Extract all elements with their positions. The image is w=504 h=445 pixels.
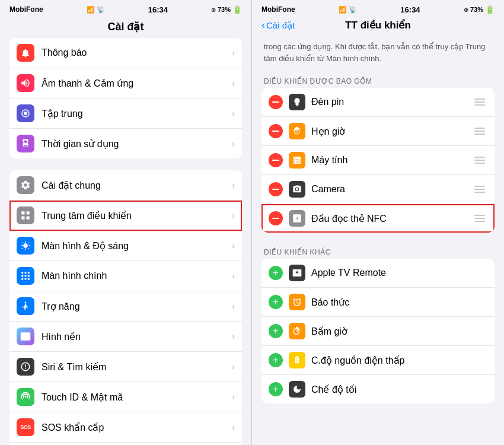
- trung-tam-label: Trung tâm điều khiển: [42, 210, 232, 221]
- bao-thuc-icon: [289, 294, 305, 310]
- man-hinh-chinh-label: Màn hình chính: [42, 271, 232, 281]
- left-page-title: Cài đặt: [0, 17, 251, 38]
- man-hinh-chinh-icon: [17, 267, 34, 285]
- included-controls-list: Đèn pin Hẹn giờ Máy: [261, 88, 495, 233]
- bao-thuc-label: Báo thức: [311, 297, 487, 308]
- right-content: trong các ứng dụng. Khi được tắt, bạn vẫ…: [252, 36, 504, 445]
- camera-label: Camera: [311, 184, 472, 195]
- add-c-do-button[interactable]: [269, 353, 283, 367]
- control-item-may-tinh[interactable]: Máy tính: [261, 146, 495, 175]
- settings-item-tap-trung[interactable]: Tập trung ›: [9, 98, 242, 129]
- nfc-drag-handle[interactable]: [472, 212, 487, 224]
- left-carrier: MobiFone: [9, 5, 43, 14]
- settings-item-cai-dat-chung[interactable]: Cài đặt chung ›: [9, 170, 242, 201]
- settings-item-touch-id[interactable]: Touch ID & Mật mã ›: [9, 382, 242, 412]
- c-do-label: C.độ nguồn điện thấp: [311, 355, 487, 366]
- section-included-header: ĐIỀU KHIỂN ĐƯỢC BAO GỒM: [252, 74, 504, 88]
- am-thanh-icon: [17, 74, 34, 92]
- settings-item-man-hinh-do-sang[interactable]: Màn hình & Độ sáng ›: [9, 231, 242, 261]
- che-do-toi-icon: [289, 381, 305, 398]
- thong-bao-label: Thông báo: [42, 47, 232, 58]
- left-status-bar: MobiFone 📶 📡 16:34 ⊕ 73% 🔋: [0, 0, 251, 17]
- trung-tam-icon: [17, 206, 34, 224]
- control-item-c-do[interactable]: C.độ nguồn điện thấp: [261, 346, 495, 375]
- may-tinh-drag-handle[interactable]: [472, 154, 487, 166]
- svg-rect-5: [25, 272, 27, 274]
- man-hinh-do-sang-label: Màn hình & Độ sáng: [42, 240, 232, 252]
- tap-trung-chevron: ›: [232, 109, 235, 118]
- remove-hen-gio-button[interactable]: [269, 124, 283, 138]
- control-item-den-pin[interactable]: Đèn pin: [261, 88, 495, 117]
- settings-item-trung-tam[interactable]: Trung tâm điều khiển ›: [9, 201, 242, 231]
- siri-icon: [17, 358, 34, 376]
- right-wifi-icon: 📡: [349, 6, 357, 14]
- control-item-bam-gio[interactable]: Bấm giờ: [261, 317, 495, 346]
- settings-item-thong-bao[interactable]: Thông báo ›: [9, 38, 242, 68]
- settings-item-thoi-gian[interactable]: Thời gian sử dụng ›: [9, 129, 242, 158]
- c-do-icon: [289, 352, 305, 368]
- svg-rect-8: [25, 275, 27, 277]
- thong-bao-chevron: ›: [232, 48, 235, 58]
- left-panel: MobiFone 📶 📡 16:34 ⊕ 73% 🔋 Cài đặt Thông…: [0, 0, 252, 445]
- am-thanh-chevron: ›: [232, 78, 235, 88]
- add-che-do-toi-button[interactable]: [269, 382, 283, 396]
- tap-trung-label: Tập trung: [42, 108, 232, 119]
- man-hinh-icon: [17, 237, 34, 255]
- camera-drag-handle[interactable]: [472, 183, 487, 195]
- den-pin-drag-handle[interactable]: [472, 96, 487, 108]
- control-item-camera[interactable]: Camera: [261, 175, 495, 204]
- back-label: Cài đặt: [266, 20, 295, 31]
- add-bam-gio-button[interactable]: [269, 324, 283, 338]
- control-item-apple-tv[interactable]: Apple TV Remote: [261, 259, 495, 288]
- remove-den-pin-button[interactable]: [269, 95, 283, 109]
- touch-id-label: Touch ID & Mật mã: [42, 392, 232, 403]
- control-item-hen-gio[interactable]: Hẹn giờ: [261, 117, 495, 146]
- remove-may-tinh-button[interactable]: [269, 153, 283, 167]
- cai-dat-chung-label: Cài đặt chung: [42, 180, 232, 191]
- right-nav-bar: ‹ Cài đặt TT điều khiển: [252, 17, 504, 36]
- control-item-nfc[interactable]: Đầu đọc thẻ NFC: [261, 204, 495, 233]
- touch-id-icon: [17, 388, 34, 406]
- hen-gio-drag-handle[interactable]: [472, 125, 487, 137]
- settings-item-thong-bao2[interactable]: Thông báo khẩn cấp ›: [9, 443, 242, 445]
- settings-item-siri[interactable]: Siri & Tìm kiếm ›: [9, 352, 242, 382]
- svg-rect-4: [21, 272, 23, 274]
- control-item-bao-thuc[interactable]: Báo thức: [261, 288, 495, 317]
- siri-label: Siri & Tìm kiếm: [42, 361, 232, 373]
- tap-trung-icon: [17, 104, 34, 122]
- thong-bao-icon: [17, 44, 34, 62]
- thoi-gian-icon: [17, 135, 34, 152]
- right-time: 16:34: [400, 5, 420, 14]
- svg-rect-10: [21, 278, 23, 280]
- back-button[interactable]: ‹ Cài đặt: [261, 19, 295, 31]
- add-bao-thuc-button[interactable]: [269, 295, 283, 309]
- settings-item-hinh-nen[interactable]: Hình nền ›: [9, 322, 242, 352]
- svg-rect-7: [21, 275, 23, 277]
- sos-icon: SOS: [17, 418, 34, 436]
- add-apple-tv-button[interactable]: [269, 266, 283, 280]
- control-item-che-do-toi[interactable]: Chế độ tối: [261, 375, 495, 403]
- left-location-icon: ⊕: [211, 7, 216, 13]
- svg-rect-9: [28, 275, 30, 277]
- hinh-nen-icon: [17, 328, 34, 345]
- svg-point-13: [25, 302, 27, 304]
- back-chevron-icon: ‹: [261, 19, 265, 31]
- svg-rect-11: [25, 278, 27, 280]
- remove-nfc-button[interactable]: [269, 211, 283, 225]
- apple-tv-label: Apple TV Remote: [311, 268, 487, 278]
- den-pin-label: Đèn pin: [311, 97, 472, 107]
- remove-camera-button[interactable]: [269, 182, 283, 196]
- left-wifi-icon: 📡: [97, 6, 105, 14]
- section-other-header: ĐIỀU KHIỂN KHÁC: [252, 244, 504, 259]
- settings-item-sos[interactable]: SOS SOS khẩn cấp ›: [9, 412, 242, 443]
- settings-item-man-hinh-chinh[interactable]: Màn hình chính ›: [9, 261, 242, 291]
- settings-list: Thông báo › Âm thanh & Cảm ứng › Tập tru…: [0, 38, 251, 445]
- am-thanh-label: Âm thanh & Cảm ứng: [42, 78, 232, 89]
- nfc-label: Đầu đọc thẻ NFC: [311, 213, 472, 224]
- settings-item-am-thanh[interactable]: Âm thanh & Cảm ứng ›: [9, 68, 242, 98]
- svg-rect-3: [27, 217, 30, 220]
- sos-label: SOS khẩn cấp: [42, 422, 232, 433]
- thoi-gian-chevron: ›: [232, 139, 235, 148]
- may-tinh-icon: [289, 152, 305, 169]
- settings-item-tro-nang[interactable]: Trợ năng ›: [9, 291, 242, 322]
